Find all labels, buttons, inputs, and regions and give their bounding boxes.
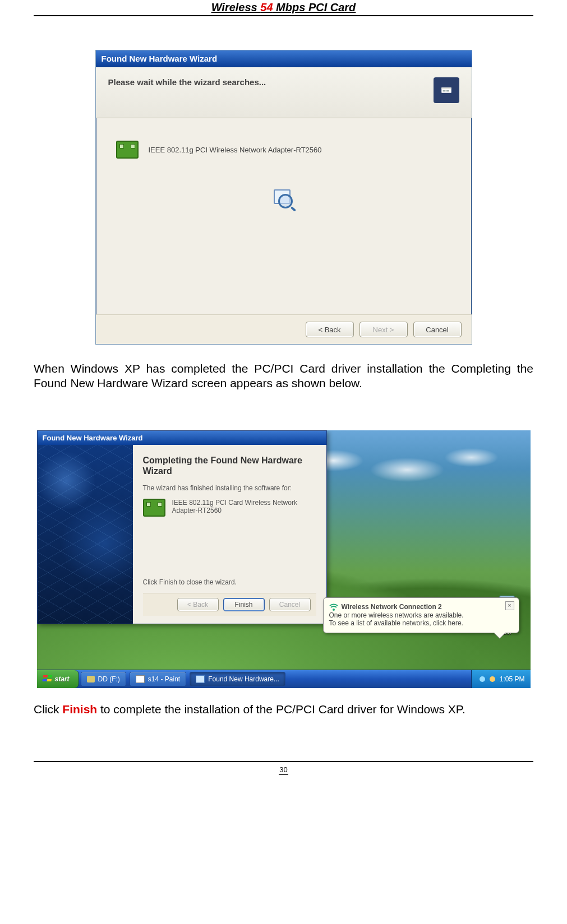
- taskbar-item-label: DD (F:): [98, 675, 120, 683]
- balloon-title: Wireless Network Connection 2: [342, 603, 442, 611]
- taskbar: start DD (F:) s14 - Paint Found New Hard…: [37, 670, 531, 688]
- instruction-action: Finish: [62, 703, 97, 716]
- wizard-searching-text: Please wait while the wizard searches...: [108, 77, 266, 87]
- back-button[interactable]: < Back: [306, 322, 354, 337]
- doc-header: Wireless 54 Mbps PCI Card: [34, 0, 533, 16]
- svg-rect-1: [441, 87, 451, 89]
- taskbar-item-wizard[interactable]: Found New Hardware...: [190, 672, 285, 686]
- searching-animation-icon: [116, 189, 451, 210]
- doc-header-hl: 54: [260, 1, 273, 13]
- wizard-complete-subtext: The wizard has finished installing the s…: [143, 484, 316, 492]
- wizard-side-banner: [38, 445, 133, 624]
- wizard-footline: Click Finish to close the wizard.: [143, 578, 316, 586]
- wizard-searching-dialog: Found New Hardware Wizard Please wait wh…: [95, 50, 472, 345]
- dialog-header: Please wait while the wizard searches...: [96, 67, 472, 118]
- hardware-banner-icon: [434, 77, 459, 103]
- taskbar-item-label: s14 - Paint: [148, 675, 180, 683]
- svg-point-4: [333, 609, 335, 611]
- next-button: Next >: [359, 322, 408, 337]
- cancel-button[interactable]: Cancel: [413, 322, 462, 337]
- doc-header-pre: Wireless: [211, 1, 261, 13]
- finish-button[interactable]: Finish: [223, 598, 265, 611]
- system-tray[interactable]: 1:05 PM: [471, 670, 531, 688]
- tray-icon[interactable]: [490, 676, 495, 682]
- taskbar-item-label: Found New Hardware...: [208, 675, 279, 683]
- svg-rect-2: [442, 90, 445, 91]
- doc-header-post: Mbps PCI Card: [273, 1, 356, 13]
- cancel-button: Cancel: [269, 598, 311, 611]
- network-adapter-icon: [116, 141, 139, 159]
- dialog-titlebar: Found New Hardware Wizard: [38, 431, 326, 445]
- taskbar-item-folder[interactable]: DD (F:): [81, 672, 126, 686]
- network-adapter-icon: [143, 499, 165, 517]
- instruction-line: Click Finish to complete the installatio…: [34, 703, 533, 716]
- taskbar-item-paint[interactable]: s14 - Paint: [130, 672, 186, 686]
- svg-rect-3: [446, 90, 449, 91]
- wizard-complete-heading: Completing the Found New Hardware Wizard: [143, 455, 316, 476]
- start-label: start: [55, 675, 70, 683]
- instruction-post: to complete the installation of the PC/P…: [97, 703, 465, 716]
- desktop-screenshot: Recycle Bin Found New Hardware Wizard Co…: [37, 430, 531, 688]
- page-number: 30: [279, 765, 288, 775]
- page-footer: 30: [34, 761, 533, 778]
- back-button: < Back: [177, 598, 219, 611]
- instruction-pre: Click: [34, 703, 62, 716]
- balloon-line2: To see a list of available networks, cli…: [329, 619, 513, 627]
- folder-icon: [87, 676, 95, 682]
- balloon-close-button[interactable]: ×: [505, 601, 514, 610]
- paint-icon: [136, 675, 145, 683]
- windows-logo-icon: [42, 675, 52, 683]
- wireless-balloon-tooltip[interactable]: × Wireless Network Connection 2 One or m…: [323, 597, 519, 633]
- wizard-complete-dialog: Found New Hardware Wizard Completing the…: [37, 430, 327, 624]
- tray-icon[interactable]: [480, 676, 485, 682]
- paragraph-1: When Windows XP has completed the PC/PCI…: [34, 361, 533, 391]
- balloon-line1: One or more wireless networks are availa…: [329, 611, 513, 619]
- device-name: IEEE 802.11g PCI Wireless Network Adapte…: [149, 146, 322, 154]
- wireless-icon: [329, 602, 338, 611]
- device-name: IEEE 802.11g PCI Card Wireless Network A…: [172, 499, 316, 514]
- start-button[interactable]: start: [37, 670, 79, 688]
- wizard-icon: [196, 675, 205, 683]
- dialog-titlebar: Found New Hardware Wizard: [96, 50, 472, 67]
- taskbar-clock: 1:05 PM: [500, 675, 525, 683]
